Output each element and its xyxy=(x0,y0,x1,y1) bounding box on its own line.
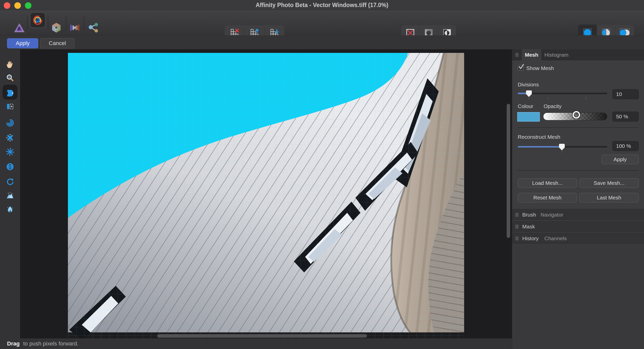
divisions-label: Divisions xyxy=(518,82,539,88)
vertical-scrollbar[interactable] xyxy=(507,104,510,238)
freeze-tool[interactable] xyxy=(6,191,14,200)
horizontal-scrollbar[interactable] xyxy=(157,334,367,338)
tab-histogram[interactable]: Histogram xyxy=(544,49,569,60)
toolbar-separator xyxy=(48,16,48,30)
titlebar: Affinity Photo Beta - Vector Windows.tif… xyxy=(0,0,644,10)
last-mesh-button[interactable]: Last Mesh xyxy=(579,193,639,202)
push-forward-tool[interactable] xyxy=(6,89,14,97)
thaw-tool[interactable] xyxy=(6,205,14,214)
load-mesh-panel-button[interactable]: Load Mesh... xyxy=(518,178,577,188)
panel-drag-handle[interactable] xyxy=(514,53,520,57)
push-left-tool[interactable] xyxy=(6,102,14,111)
status-bar: Drag to push pixels forward. xyxy=(0,338,512,349)
mask-panel-header[interactable]: Mask xyxy=(512,221,644,232)
history-channels-panel-header[interactable]: History Channels xyxy=(512,233,644,244)
divider xyxy=(518,127,639,128)
status-hint: to push pixels forward. xyxy=(23,338,78,349)
panel-drag-handle[interactable] xyxy=(514,213,520,217)
view-tool[interactable] xyxy=(6,60,14,68)
opacity-label: Opacity xyxy=(544,103,561,109)
window-title: Affinity Photo Beta - Vector Windows.tif… xyxy=(0,0,644,10)
mesh-panel-header: Mesh Histogram xyxy=(512,49,644,60)
tab-channels[interactable]: Channels xyxy=(544,233,567,244)
cancel-liquify-button[interactable]: Cancel xyxy=(40,38,74,48)
colour-swatch[interactable] xyxy=(517,112,540,122)
divisions-value[interactable]: 10 xyxy=(612,89,639,99)
checkmark-icon xyxy=(517,63,525,70)
opacity-value[interactable]: 50 % xyxy=(612,112,639,122)
panel-drag-handle[interactable] xyxy=(514,236,520,240)
twirl-tool[interactable] xyxy=(6,119,14,127)
reconstruct-value[interactable]: 100 % xyxy=(612,141,639,151)
panel-drag-handle[interactable] xyxy=(514,225,520,229)
tab-history[interactable]: History xyxy=(522,233,539,244)
show-mesh-label: Show Mesh xyxy=(526,65,554,71)
divisions-slider-thumb[interactable] xyxy=(526,90,532,97)
turbulence-tool[interactable] xyxy=(6,148,14,156)
develop-persona-icon[interactable] xyxy=(51,22,62,34)
colour-label: Colour xyxy=(518,103,533,109)
divider xyxy=(518,170,639,171)
tab-mesh[interactable]: Mesh xyxy=(522,49,541,60)
tab-navigator[interactable]: Navigator xyxy=(541,209,563,220)
tool-rail xyxy=(0,49,20,338)
tab-brush[interactable]: Brush xyxy=(522,209,536,220)
liquify-persona-button[interactable] xyxy=(30,12,46,28)
reconstruct-apply-button[interactable]: Apply xyxy=(601,155,639,164)
toolbar-separator xyxy=(84,16,84,30)
toolbar-separator xyxy=(27,16,28,30)
main-toolbar xyxy=(0,10,644,35)
liquify-mesh-grid xyxy=(68,53,464,338)
zoom-tool[interactable] xyxy=(6,74,14,82)
toolbar-separator xyxy=(66,16,66,30)
app-window: Affinity Photo Beta - Vector Windows.tif… xyxy=(0,0,644,349)
pinch-tool[interactable] xyxy=(6,133,14,142)
export-persona-icon[interactable] xyxy=(88,22,99,34)
mesh-clone-tool[interactable] xyxy=(6,162,14,171)
tone-mapping-persona-icon[interactable] xyxy=(69,22,80,34)
liquify-persona-icon xyxy=(32,15,43,26)
apply-liquify-button[interactable]: Apply xyxy=(7,38,38,48)
brush-navigator-panel-header[interactable]: Brush Navigator xyxy=(512,209,644,220)
photo-vector-windows xyxy=(68,53,464,338)
reconstruct-mesh-label: Reconstruct Mesh xyxy=(518,134,560,140)
studio-panel: Mesh Histogram Show Mesh Divisions 10 Co… xyxy=(512,49,644,349)
reset-mesh-button[interactable]: Reset Mesh xyxy=(518,193,577,202)
persona-action-bar: Apply Cancel xyxy=(0,35,644,49)
reconstruct-tool[interactable] xyxy=(6,177,14,186)
document-canvas[interactable] xyxy=(20,49,512,338)
reconstruct-slider-thumb[interactable] xyxy=(559,144,565,150)
affinity-photo-persona-icon[interactable] xyxy=(14,22,25,34)
status-action: Drag xyxy=(7,338,20,349)
panel-empty-area xyxy=(512,244,644,349)
save-mesh-panel-button[interactable]: Save Mesh... xyxy=(579,178,639,188)
tab-mask[interactable]: Mask xyxy=(522,221,535,232)
opacity-slider-thumb[interactable] xyxy=(573,111,580,119)
